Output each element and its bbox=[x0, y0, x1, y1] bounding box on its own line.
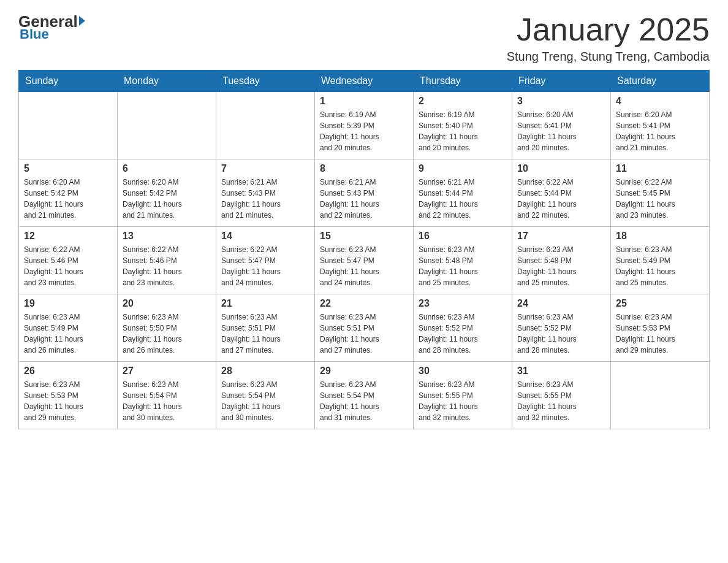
day-number: 12 bbox=[24, 231, 112, 242]
calendar-cell: 7Sunrise: 6:21 AMSunset: 5:43 PMDaylight… bbox=[216, 159, 315, 227]
weekday-header-wednesday: Wednesday bbox=[315, 71, 414, 92]
calendar-cell: 28Sunrise: 6:23 AMSunset: 5:54 PMDayligh… bbox=[216, 362, 315, 429]
week-row-3: 12Sunrise: 6:22 AMSunset: 5:46 PMDayligh… bbox=[19, 227, 710, 294]
day-info: Sunrise: 6:23 AMSunset: 5:47 PMDaylight:… bbox=[320, 244, 408, 288]
logo-arrow-icon bbox=[79, 16, 85, 26]
calendar-cell: 18Sunrise: 6:23 AMSunset: 5:49 PMDayligh… bbox=[611, 227, 710, 294]
calendar-cell: 16Sunrise: 6:23 AMSunset: 5:48 PMDayligh… bbox=[414, 227, 512, 294]
day-info: Sunrise: 6:23 AMSunset: 5:54 PMDaylight:… bbox=[221, 379, 309, 423]
day-info: Sunrise: 6:23 AMSunset: 5:54 PMDaylight:… bbox=[123, 379, 211, 423]
weekday-header-sunday: Sunday bbox=[19, 71, 118, 92]
calendar-cell: 2Sunrise: 6:19 AMSunset: 5:40 PMDaylight… bbox=[414, 92, 512, 159]
day-info: Sunrise: 6:23 AMSunset: 5:49 PMDaylight:… bbox=[24, 312, 112, 356]
calendar-cell: 29Sunrise: 6:23 AMSunset: 5:54 PMDayligh… bbox=[315, 362, 414, 429]
calendar-cell: 20Sunrise: 6:23 AMSunset: 5:50 PMDayligh… bbox=[118, 294, 216, 362]
day-number: 24 bbox=[517, 298, 605, 309]
day-number: 7 bbox=[221, 163, 309, 174]
day-info: Sunrise: 6:23 AMSunset: 5:52 PMDaylight:… bbox=[517, 312, 605, 356]
day-number: 10 bbox=[517, 163, 605, 174]
day-number: 27 bbox=[123, 366, 211, 377]
day-number: 11 bbox=[616, 163, 704, 174]
day-number: 17 bbox=[517, 231, 605, 242]
day-number: 2 bbox=[419, 96, 507, 107]
day-number: 1 bbox=[320, 96, 408, 107]
day-number: 25 bbox=[616, 298, 704, 309]
week-row-1: 1Sunrise: 6:19 AMSunset: 5:39 PMDaylight… bbox=[19, 92, 710, 159]
day-number: 16 bbox=[419, 231, 507, 242]
calendar-cell: 1Sunrise: 6:19 AMSunset: 5:39 PMDaylight… bbox=[315, 92, 414, 159]
day-info: Sunrise: 6:23 AMSunset: 5:51 PMDaylight:… bbox=[320, 312, 408, 356]
weekday-header-saturday: Saturday bbox=[611, 71, 710, 92]
week-row-2: 5Sunrise: 6:20 AMSunset: 5:42 PMDaylight… bbox=[19, 159, 710, 227]
calendar-cell: 17Sunrise: 6:23 AMSunset: 5:48 PMDayligh… bbox=[512, 227, 611, 294]
day-info: Sunrise: 6:19 AMSunset: 5:39 PMDaylight:… bbox=[320, 109, 408, 153]
day-info: Sunrise: 6:21 AMSunset: 5:43 PMDaylight:… bbox=[320, 177, 408, 221]
weekday-header-friday: Friday bbox=[512, 71, 611, 92]
calendar-cell bbox=[216, 92, 315, 159]
location-title: Stung Treng, Stung Treng, Cambodia bbox=[507, 50, 710, 64]
calendar-cell: 3Sunrise: 6:20 AMSunset: 5:41 PMDaylight… bbox=[512, 92, 611, 159]
day-info: Sunrise: 6:23 AMSunset: 5:55 PMDaylight:… bbox=[419, 379, 507, 423]
day-number: 22 bbox=[320, 298, 408, 309]
weekday-header-row: SundayMondayTuesdayWednesdayThursdayFrid… bbox=[19, 71, 710, 92]
day-number: 30 bbox=[419, 366, 507, 377]
day-number: 5 bbox=[24, 163, 112, 174]
calendar-cell bbox=[118, 92, 216, 159]
day-info: Sunrise: 6:20 AMSunset: 5:42 PMDaylight:… bbox=[24, 177, 112, 221]
day-number: 4 bbox=[616, 96, 704, 107]
calendar-cell: 19Sunrise: 6:23 AMSunset: 5:49 PMDayligh… bbox=[19, 294, 118, 362]
day-number: 19 bbox=[24, 298, 112, 309]
calendar-cell bbox=[19, 92, 118, 159]
day-info: Sunrise: 6:23 AMSunset: 5:48 PMDaylight:… bbox=[419, 244, 507, 288]
day-number: 14 bbox=[221, 231, 309, 242]
day-info: Sunrise: 6:21 AMSunset: 5:43 PMDaylight:… bbox=[221, 177, 309, 221]
day-info: Sunrise: 6:19 AMSunset: 5:40 PMDaylight:… bbox=[419, 109, 507, 153]
week-row-5: 26Sunrise: 6:23 AMSunset: 5:53 PMDayligh… bbox=[19, 362, 710, 429]
day-info: Sunrise: 6:23 AMSunset: 5:51 PMDaylight:… bbox=[221, 312, 309, 356]
calendar-cell: 4Sunrise: 6:20 AMSunset: 5:41 PMDaylight… bbox=[611, 92, 710, 159]
calendar-cell: 25Sunrise: 6:23 AMSunset: 5:53 PMDayligh… bbox=[611, 294, 710, 362]
calendar-cell: 22Sunrise: 6:23 AMSunset: 5:51 PMDayligh… bbox=[315, 294, 414, 362]
day-info: Sunrise: 6:23 AMSunset: 5:48 PMDaylight:… bbox=[517, 244, 605, 288]
day-number: 21 bbox=[221, 298, 309, 309]
header: General Blue January 2025 Stung Treng, S… bbox=[18, 12, 710, 64]
weekday-header-thursday: Thursday bbox=[414, 71, 512, 92]
day-info: Sunrise: 6:20 AMSunset: 5:41 PMDaylight:… bbox=[517, 109, 605, 153]
week-row-4: 19Sunrise: 6:23 AMSunset: 5:49 PMDayligh… bbox=[19, 294, 710, 362]
day-info: Sunrise: 6:21 AMSunset: 5:44 PMDaylight:… bbox=[419, 177, 507, 221]
calendar-cell: 11Sunrise: 6:22 AMSunset: 5:45 PMDayligh… bbox=[611, 159, 710, 227]
calendar-cell: 23Sunrise: 6:23 AMSunset: 5:52 PMDayligh… bbox=[414, 294, 512, 362]
day-number: 29 bbox=[320, 366, 408, 377]
day-info: Sunrise: 6:22 AMSunset: 5:46 PMDaylight:… bbox=[123, 244, 211, 288]
day-number: 18 bbox=[616, 231, 704, 242]
calendar-cell: 30Sunrise: 6:23 AMSunset: 5:55 PMDayligh… bbox=[414, 362, 512, 429]
calendar-cell: 26Sunrise: 6:23 AMSunset: 5:53 PMDayligh… bbox=[19, 362, 118, 429]
day-info: Sunrise: 6:23 AMSunset: 5:55 PMDaylight:… bbox=[517, 379, 605, 423]
day-info: Sunrise: 6:20 AMSunset: 5:41 PMDaylight:… bbox=[616, 109, 704, 153]
day-info: Sunrise: 6:22 AMSunset: 5:45 PMDaylight:… bbox=[616, 177, 704, 221]
calendar-cell: 15Sunrise: 6:23 AMSunset: 5:47 PMDayligh… bbox=[315, 227, 414, 294]
day-info: Sunrise: 6:22 AMSunset: 5:46 PMDaylight:… bbox=[24, 244, 112, 288]
title-area: January 2025 Stung Treng, Stung Treng, C… bbox=[507, 12, 710, 64]
calendar-cell: 5Sunrise: 6:20 AMSunset: 5:42 PMDaylight… bbox=[19, 159, 118, 227]
calendar-cell: 10Sunrise: 6:22 AMSunset: 5:44 PMDayligh… bbox=[512, 159, 611, 227]
month-title: January 2025 bbox=[507, 12, 710, 47]
day-number: 20 bbox=[123, 298, 211, 309]
calendar: SundayMondayTuesdayWednesdayThursdayFrid… bbox=[18, 70, 710, 429]
calendar-cell: 8Sunrise: 6:21 AMSunset: 5:43 PMDaylight… bbox=[315, 159, 414, 227]
day-number: 9 bbox=[419, 163, 507, 174]
weekday-header-monday: Monday bbox=[118, 71, 216, 92]
calendar-cell: 31Sunrise: 6:23 AMSunset: 5:55 PMDayligh… bbox=[512, 362, 611, 429]
day-info: Sunrise: 6:23 AMSunset: 5:52 PMDaylight:… bbox=[419, 312, 507, 356]
day-info: Sunrise: 6:22 AMSunset: 5:47 PMDaylight:… bbox=[221, 244, 309, 288]
day-number: 23 bbox=[419, 298, 507, 309]
calendar-cell: 9Sunrise: 6:21 AMSunset: 5:44 PMDaylight… bbox=[414, 159, 512, 227]
day-number: 26 bbox=[24, 366, 112, 377]
day-number: 8 bbox=[320, 163, 408, 174]
day-number: 6 bbox=[123, 163, 211, 174]
calendar-cell: 13Sunrise: 6:22 AMSunset: 5:46 PMDayligh… bbox=[118, 227, 216, 294]
day-number: 15 bbox=[320, 231, 408, 242]
day-number: 28 bbox=[221, 366, 309, 377]
day-info: Sunrise: 6:23 AMSunset: 5:53 PMDaylight:… bbox=[616, 312, 704, 356]
calendar-cell: 27Sunrise: 6:23 AMSunset: 5:54 PMDayligh… bbox=[118, 362, 216, 429]
